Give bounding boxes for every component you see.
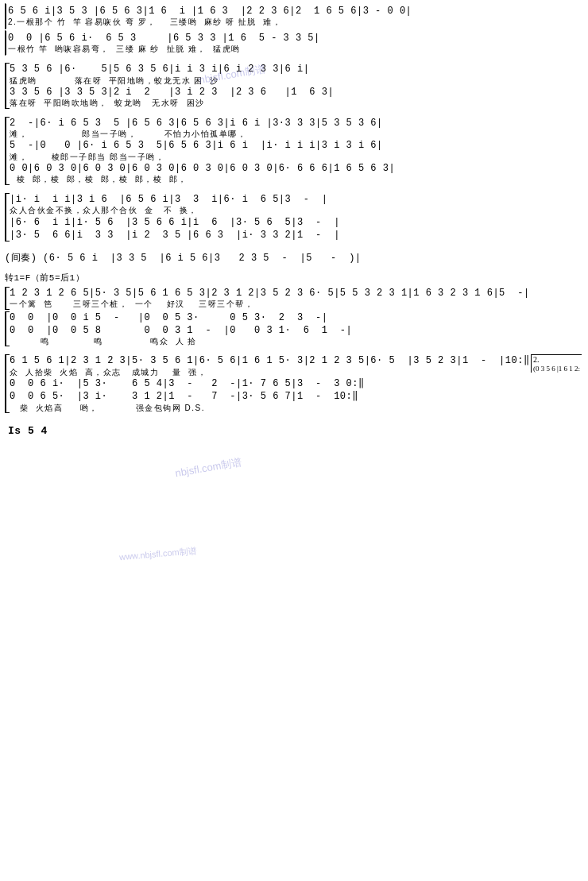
score-line-7a: 0 0 |0 0 i 5 - |0 0 5 3· 0 5 3· 2 3 -|: [10, 311, 583, 324]
score-line-4a: 2 -|6· i 6 5 3 5 |6 5 6 3|6 5 6 3|i 6 i …: [10, 117, 583, 129]
section-4-content: 2 -|6· i 6 5 3 5 |6 5 6 3|6 5 6 3|i 6 i …: [10, 117, 583, 185]
score-section-4: 2 -|6· i 6 5 3 5 |6 5 6 3|6 5 6 3|i 6 i …: [5, 117, 583, 185]
score-line-8a: 6 1 5 6 1|2 3 1 2 3|5· 3 5 6 1|6· 5 6|1 …: [10, 354, 583, 367]
lyric-line-4a: 滩， 郎当一子哟， 不怕力小怕孤单哪，: [10, 129, 583, 140]
score-section-6: 1 2 3 1 2 6 5|5· 3 5|5 6 1 6 5 3|2 3 1 2…: [5, 287, 583, 310]
score-line-6a: 1 2 3 1 2 6 5|5· 3 5|5 6 1 6 5 3|2 3 1 2…: [10, 287, 583, 299]
section-7-content: 0 0 |0 0 i 5 - |0 0 5 3· 0 5 3· 2 3 -| 0…: [10, 311, 583, 347]
lyric-line-3b: 落在呀 平阳哟吹地哟， 蛟龙哟 无水呀 困沙: [10, 99, 583, 109]
score-section-8: 2. (0 3 5 6 |1 6 1 2: 6 1 5 6 1|2 3 1 2 …: [5, 354, 583, 413]
lyric-line-7b: 鸣 鸣 鸣众 人 拾: [10, 337, 583, 347]
key-change-text: 转1=F（前5=后1）: [5, 272, 583, 284]
score-line-5b: |6· 6 i i|i· 5 6 |3 5 6 6 i|i 6 |3· 5 6 …: [10, 216, 583, 229]
section-5-content: |i· i i i|3 i 6 |6 5 6 i|3 3 i|6· i 6 5|…: [10, 193, 583, 242]
lyric-line-2a: 一根竹 竿 哟咴容易弯， 三缕 麻 纱 扯脱 难， 猛虎哟: [8, 44, 581, 55]
section-6-content: 1 2 3 1 2 6 5|5· 3 5|5 6 1 6 5 3|2 3 1 2…: [10, 287, 583, 310]
repeat-content: (0 3 5 6 |1 6 1 2:: [533, 365, 580, 373]
full-score: 6 5 6 i|3 5 3 |6 5 6 3|1 6 i |1 6 3 |2 2…: [5, 3, 583, 442]
score-section-7: 0 0 |0 0 i 5 - |0 0 5 3· 0 5 3· 2 3 -| 0…: [5, 311, 583, 347]
score-line-3a: 5 3 5 6 |6· 5|5 6 3 5 6|i i 3 i|6 i 2 3 …: [10, 63, 583, 75]
score-line-4c: 0 0|6 0 3 0|6 0 3 0|6 0 3 0|6 0 3 0|6 0 …: [10, 162, 583, 175]
score-line-4b: 5 -|0 0 |6· i 6 5 3 5|6 5 6 3|i 6 i |i· …: [10, 139, 583, 152]
lyric-line-6a: 一个篱 笆 三呀三个桩， 一个 好汉 三呀三个帮，: [10, 299, 583, 310]
score-line-2a: 0 0 |6 5 6 i· 6 5 3 |6 5 3 3 |1 6 5 - 3 …: [8, 32, 581, 44]
section-8-content: 6 1 5 6 1|2 3 1 2 3|5· 3 5 6 1|6· 5 6|1 …: [10, 354, 583, 413]
lyric-line-8c: 柴 火焰高 哟， 强金包钩网 D.S.: [10, 404, 583, 414]
lyric-line-5a: 众人合伙金不换，众人那个合伙 金 不 换，: [10, 206, 583, 216]
lyric-line-4c: 棱 郎，棱 郎，棱 郎，棱 郎，棱 郎，: [10, 175, 583, 185]
score-line-1: 6 5 6 i|3 5 3 |6 5 6 3|1 6 i |1 6 3 |2 2…: [8, 5, 581, 17]
score-line-7b: 0 0 |0 0 5 8 0 0 3 1 - |0 0 3 1· 6 1 -|: [10, 324, 583, 337]
score-line-3b: 3 3 5 6 |3 3 5 3|2 i 2 |3 i 2 3 |2 3 6 |…: [10, 86, 583, 99]
score-line-8c: 0 0 6 5· |3 i· 3 1 2|1 - 7 -|3· 5 6 7|1 …: [10, 390, 583, 403]
score-line-5a: |i· i i i|3 i 6 |6 5 6 i|3 3 i|6· i 6 5|…: [10, 193, 583, 206]
lyric-line-8a: 众 人拾柴 火焰 高，众志 成城力 量 强，: [10, 368, 583, 378]
repeat-bracket-2: 2. (0 3 5 6 |1 6 1 2:: [531, 354, 582, 373]
lyric-line-3a: 猛虎哟 落在呀 平阳地哟，蛟龙无水 困 沙: [10, 76, 583, 87]
lyric-line-4b: 滩， 棱郎一子郎当 郎当一子哟，: [10, 153, 583, 163]
watermark-2: nbjsfl.com制谱: [174, 455, 242, 481]
score-line-8b: 0 0 6 i· |5 3· 6 5 4|3 - 2 -|1· 7 6 5|3 …: [10, 377, 583, 390]
section-8-inner: 6 1 5 6 1|2 3 1 2 3|5· 3 5 6 1|6· 5 6|1 …: [5, 354, 583, 413]
key-change-label: 转1=F（前5=后1）: [5, 272, 583, 284]
watermark-3: www.nbjsfl.com制谱: [119, 545, 198, 563]
interlude-section: (间奏) (6· 5 6 i |3 3 5 |6 i 5 6|3 2 3 5 -…: [5, 252, 583, 265]
bottom-area: Is 5 4: [5, 421, 583, 442]
page-container: nbjsfl.com制谱 nbjsfl.com制谱 www.nbjsfl.com…: [0, 0, 588, 445]
interlude-line: (间奏) (6· 5 6 i |3 3 5 |6 i 5 6|3 2 3 5 -…: [5, 252, 583, 265]
score-section-3: 5 3 5 6 |6· 5|5 6 3 5 6|i i 3 i|6 i 2 3 …: [5, 63, 583, 108]
score-section-2: 0 0 |6 5 6 i· 6 5 3 |6 5 3 3 |1 6 5 - 3 …: [5, 30, 583, 56]
score-line-5c: |3· 5 6 6|i 3 3 |i 2 3 5 |6 6 3 |i· 3 3 …: [10, 229, 583, 242]
bottom-score-text: Is 5 4: [8, 424, 580, 439]
repeat-number: 2.: [533, 355, 540, 364]
score-section-1: 6 5 6 i|3 5 3 |6 5 6 3|1 6 i |1 6 3 |2 2…: [5, 3, 583, 29]
score-section-5: |i· i i i|3 i 6 |6 5 6 i|3 3 i|6· i 6 5|…: [5, 193, 583, 242]
lyric-line-1: 2.一根那个 竹 竿 容易咴伙 弯 罗， 三缕哟 麻纱 呀 扯脱 难，: [8, 17, 581, 28]
section-3-content: 5 3 5 6 |6· 5|5 6 3 5 6|i i 3 i|6 i 2 3 …: [10, 63, 583, 108]
